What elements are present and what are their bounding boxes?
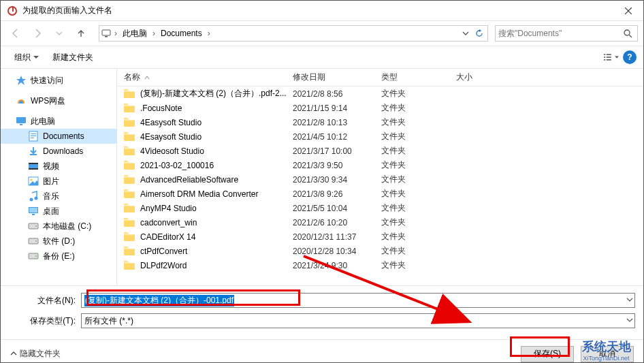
forward-button[interactable] bbox=[28, 24, 47, 43]
file-date: 2021/2/8 8:56 bbox=[293, 89, 381, 99]
sidebar-item[interactable]: WPS网盘 bbox=[1, 93, 116, 108]
folder-icon bbox=[124, 175, 135, 185]
file-date: 2021/2/6 10:20 bbox=[293, 218, 381, 227]
refresh-button[interactable] bbox=[472, 26, 486, 41]
svg-rect-10 bbox=[20, 124, 22, 125]
file-row[interactable]: CADEditorX 142020/12/31 11:37文件夹 bbox=[117, 230, 643, 244]
search-box[interactable] bbox=[495, 25, 638, 42]
filename-field[interactable]: (复制)-新建文本文档 (2)（合并）-001.pdf bbox=[81, 293, 635, 308]
breadcrumb-bar[interactable]: › 此电脑 › Documents › bbox=[99, 25, 488, 42]
folder-icon bbox=[124, 218, 135, 227]
sidebar: 快速访问WPS网盘此电脑DocumentsDownloads视频图片音乐桌面本地… bbox=[1, 69, 116, 285]
file-row[interactable]: ctPdfConvert2020/12/28 10:34文件夹 bbox=[117, 244, 643, 258]
svg-rect-25 bbox=[32, 214, 35, 215]
recent-dropdown[interactable] bbox=[50, 24, 69, 43]
file-row[interactable]: 2021-03-02_1000162021/3/3 9:50文件夹 bbox=[117, 158, 643, 172]
sidebar-item[interactable]: 快速访问 bbox=[1, 73, 116, 88]
sidebar-item-label: 音乐 bbox=[43, 191, 59, 202]
sidebar-item[interactable]: 此电脑 bbox=[1, 114, 116, 129]
hide-folders-button[interactable]: 隐藏文件夹 bbox=[10, 348, 61, 360]
file-row[interactable]: .FocusNote2021/1/15 9:14文件夹 bbox=[117, 101, 643, 115]
search-icon[interactable] bbox=[621, 29, 634, 38]
sidebar-item[interactable]: 视频 bbox=[1, 159, 116, 174]
search-input[interactable] bbox=[498, 29, 621, 38]
svg-rect-1 bbox=[105, 36, 108, 37]
sidebar-item-label: 本地磁盘 (C:) bbox=[43, 221, 91, 232]
svg-point-27 bbox=[35, 225, 37, 227]
file-row[interactable]: Aimersoft DRM Media Converter2021/3/8 9:… bbox=[117, 187, 643, 201]
new-folder-button[interactable]: 新建文件夹 bbox=[46, 49, 100, 66]
file-row[interactable]: 4Easysoft Studio2021/2/8 10:13文件夹 bbox=[117, 115, 643, 129]
back-button[interactable] bbox=[6, 24, 25, 43]
sidebar-item[interactable]: 图片 bbox=[1, 174, 116, 189]
path-dropdown[interactable] bbox=[459, 26, 472, 41]
sidebar-item[interactable]: 桌面 bbox=[1, 204, 116, 219]
breadcrumb-documents[interactable]: Documents bbox=[158, 26, 205, 41]
file-row[interactable]: AdvancedReliableSoftware2021/3/30 9:34文件… bbox=[117, 172, 643, 187]
file-type: 文件夹 bbox=[381, 131, 456, 142]
help-button[interactable]: ? bbox=[623, 50, 637, 64]
sidebar-item[interactable]: Documents bbox=[1, 129, 116, 144]
organize-button[interactable]: 组织 bbox=[7, 49, 46, 66]
filetype-dropdown[interactable] bbox=[626, 316, 633, 326]
file-name: Aimersoft DRM Media Converter bbox=[140, 189, 258, 199]
file-type: 文件夹 bbox=[381, 102, 456, 114]
file-name: 4Videosoft Studio bbox=[140, 146, 204, 156]
filename-label: 文件名(N): bbox=[9, 295, 81, 306]
disk-icon bbox=[28, 251, 39, 262]
column-type[interactable]: 类型 bbox=[381, 72, 456, 83]
sidebar-item[interactable]: 本地磁盘 (C:) bbox=[1, 219, 116, 234]
sidebar-item[interactable]: 软件 (D:) bbox=[1, 234, 116, 249]
file-date: 2021/3/30 9:34 bbox=[293, 175, 381, 185]
filename-dropdown[interactable] bbox=[626, 296, 633, 305]
chevron-up-icon bbox=[10, 349, 17, 359]
breadcrumb-pc[interactable]: 此电脑 bbox=[120, 26, 150, 41]
save-form: 文件名(N): (复制)-新建文本文档 (2)（合并）-001.pdf 保存类型… bbox=[1, 285, 643, 339]
file-date: 2021/5/5 10:04 bbox=[293, 204, 381, 213]
save-button[interactable]: 保存(S) bbox=[521, 346, 574, 362]
chevron-right-icon[interactable]: › bbox=[151, 29, 157, 38]
column-name[interactable]: 名称 bbox=[124, 72, 293, 83]
up-button[interactable] bbox=[71, 24, 91, 43]
chevron-right-icon[interactable]: › bbox=[206, 29, 212, 38]
file-date: 2020/12/28 10:34 bbox=[293, 247, 381, 256]
nav-bar: › 此电脑 › Documents › bbox=[1, 21, 643, 46]
file-row[interactable]: 4Videosoft Studio2021/3/17 10:00文件夹 bbox=[117, 144, 643, 158]
file-type: 文件夹 bbox=[381, 174, 456, 185]
sidebar-item-label: 桌面 bbox=[43, 206, 59, 217]
music-icon bbox=[28, 191, 39, 202]
pc-icon bbox=[101, 28, 112, 39]
file-row[interactable]: DLPdf2Word2021/3/24 9:30文件夹 bbox=[117, 258, 643, 272]
file-name: DLPdf2Word bbox=[140, 261, 187, 270]
close-button[interactable] bbox=[613, 1, 643, 21]
svg-rect-12 bbox=[31, 133, 36, 134]
file-name: 2021-03-02_100016 bbox=[140, 161, 214, 170]
sidebar-item-label: Documents bbox=[43, 131, 84, 141]
file-date: 2020/12/31 11:37 bbox=[293, 232, 381, 242]
file-name: 4Easysoft Studio bbox=[140, 118, 202, 127]
svg-rect-18 bbox=[29, 168, 38, 170]
svg-rect-0 bbox=[102, 30, 110, 35]
chevron-right-icon[interactable]: › bbox=[113, 29, 118, 38]
sidebar-item[interactable]: Downloads bbox=[1, 144, 116, 159]
file-row[interactable]: cadconvert_win2021/2/6 10:20文件夹 bbox=[117, 215, 643, 230]
file-type: 文件夹 bbox=[381, 245, 456, 257]
column-size[interactable]: 大小 bbox=[456, 72, 643, 83]
folder-icon bbox=[124, 204, 135, 213]
folder-icon bbox=[124, 89, 135, 99]
sidebar-item[interactable]: 音乐 bbox=[1, 189, 116, 204]
file-type: 文件夹 bbox=[381, 188, 456, 200]
column-date[interactable]: 修改日期 bbox=[293, 72, 381, 83]
folder-icon bbox=[124, 189, 135, 199]
sidebar-item[interactable]: 备份 (E:) bbox=[1, 249, 116, 264]
file-row[interactable]: AnyMP4 Studio2021/5/5 10:04文件夹 bbox=[117, 201, 643, 215]
filetype-field[interactable]: 所有文件 (*.*) bbox=[81, 313, 635, 328]
sidebar-item-label: 视频 bbox=[43, 161, 59, 172]
file-row[interactable]: (复制)-新建文本文档 (2)（合并）.pdf-2...2021/2/8 8:5… bbox=[117, 86, 643, 101]
sidebar-item-label: 此电脑 bbox=[31, 116, 55, 127]
titlebar: 为提取的页面输入文件名 bbox=[1, 1, 643, 21]
file-row[interactable]: 4Esaysoft Studio2021/4/5 10:12文件夹 bbox=[117, 129, 643, 144]
cancel-button[interactable]: 取消 bbox=[581, 346, 634, 362]
svg-rect-6 bbox=[607, 57, 611, 58]
view-options-button[interactable] bbox=[604, 50, 619, 65]
